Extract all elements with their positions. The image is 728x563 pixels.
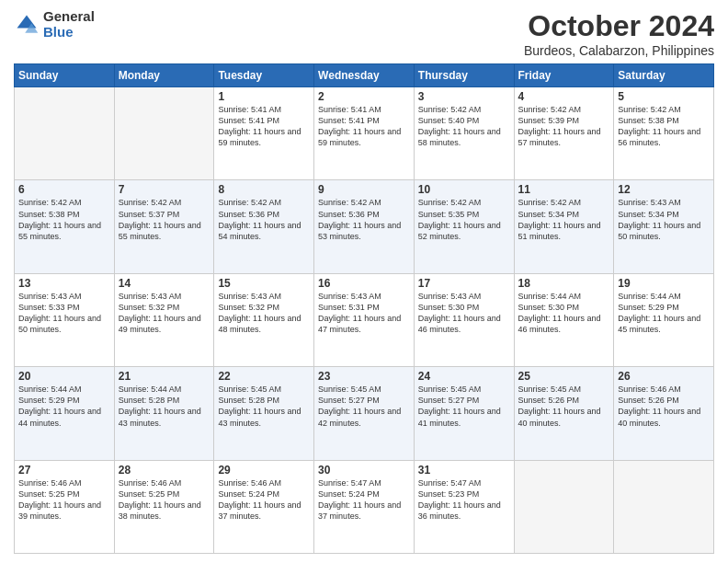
day-header: Tuesday: [214, 64, 314, 87]
day-info: Sunrise: 5:42 AMSunset: 5:39 PMDaylight:…: [518, 104, 610, 149]
day-number: 27: [18, 464, 110, 477]
calendar-cell: 15Sunrise: 5:43 AMSunset: 5:32 PMDayligh…: [214, 273, 314, 366]
calendar-cell: 6Sunrise: 5:42 AMSunset: 5:38 PMDaylight…: [15, 180, 115, 273]
day-number: 12: [618, 183, 710, 196]
day-info: Sunrise: 5:47 AMSunset: 5:24 PMDaylight:…: [318, 477, 410, 523]
day-number: 11: [518, 183, 610, 196]
day-number: 7: [119, 183, 210, 196]
logo: General Blue: [14, 9, 95, 40]
day-info: Sunrise: 5:42 AMSunset: 5:35 PMDaylight:…: [418, 197, 510, 242]
day-info: Sunrise: 5:45 AMSunset: 5:28 PMDaylight:…: [218, 384, 310, 429]
day-number: 22: [218, 370, 310, 383]
day-number: 19: [618, 277, 710, 290]
calendar-cell: 18Sunrise: 5:44 AMSunset: 5:30 PMDayligh…: [514, 273, 614, 366]
day-info: Sunrise: 5:43 AMSunset: 5:32 PMDaylight:…: [218, 291, 310, 336]
calendar-cell: 25Sunrise: 5:45 AMSunset: 5:26 PMDayligh…: [514, 367, 614, 460]
day-number: 24: [418, 370, 510, 383]
day-number: 16: [318, 277, 410, 290]
day-info: Sunrise: 5:42 AMSunset: 5:38 PMDaylight:…: [618, 104, 710, 149]
calendar-cell: 30Sunrise: 5:47 AMSunset: 5:24 PMDayligh…: [314, 460, 415, 553]
logo-text: General Blue: [43, 9, 95, 40]
day-number: 15: [218, 277, 310, 290]
day-info: Sunrise: 5:46 AMSunset: 5:25 PMDaylight:…: [119, 477, 210, 523]
calendar-cell: 31Sunrise: 5:47 AMSunset: 5:23 PMDayligh…: [414, 460, 514, 553]
calendar-cell: 5Sunrise: 5:42 AMSunset: 5:38 PMDaylight…: [614, 87, 714, 180]
day-info: Sunrise: 5:42 AMSunset: 5:37 PMDaylight:…: [119, 197, 210, 242]
header: General Blue October 2024 Burdeos, Calab…: [14, 9, 714, 58]
day-number: 17: [418, 277, 510, 290]
day-number: 8: [218, 183, 310, 196]
calendar-cell: 29Sunrise: 5:46 AMSunset: 5:24 PMDayligh…: [214, 460, 314, 553]
calendar-week-row: 1Sunrise: 5:41 AMSunset: 5:41 PMDaylight…: [15, 87, 714, 180]
calendar-cell: 11Sunrise: 5:42 AMSunset: 5:34 PMDayligh…: [514, 180, 614, 273]
calendar-cell: 17Sunrise: 5:43 AMSunset: 5:30 PMDayligh…: [414, 273, 514, 366]
day-info: Sunrise: 5:44 AMSunset: 5:29 PMDaylight:…: [18, 384, 110, 429]
calendar-cell: 27Sunrise: 5:46 AMSunset: 5:25 PMDayligh…: [15, 460, 115, 553]
day-info: Sunrise: 5:41 AMSunset: 5:41 PMDaylight:…: [218, 104, 310, 149]
day-header: Monday: [114, 64, 214, 87]
day-number: 29: [218, 464, 310, 477]
calendar-cell: 13Sunrise: 5:43 AMSunset: 5:33 PMDayligh…: [15, 273, 115, 366]
day-number: 31: [418, 464, 510, 477]
calendar-cell: [114, 87, 214, 180]
day-info: Sunrise: 5:45 AMSunset: 5:27 PMDaylight:…: [418, 384, 510, 429]
day-number: 13: [18, 277, 110, 290]
day-number: 5: [618, 90, 710, 103]
day-header: Thursday: [414, 64, 514, 87]
calendar-cell: 16Sunrise: 5:43 AMSunset: 5:31 PMDayligh…: [314, 273, 415, 366]
logo-icon: [14, 12, 40, 38]
logo-blue: Blue: [43, 25, 95, 40]
day-number: 20: [18, 370, 110, 383]
day-info: Sunrise: 5:45 AMSunset: 5:27 PMDaylight:…: [318, 384, 410, 429]
day-info: Sunrise: 5:42 AMSunset: 5:36 PMDaylight:…: [218, 197, 310, 242]
day-info: Sunrise: 5:43 AMSunset: 5:34 PMDaylight:…: [618, 197, 710, 242]
calendar-cell: 28Sunrise: 5:46 AMSunset: 5:25 PMDayligh…: [114, 460, 214, 553]
day-info: Sunrise: 5:41 AMSunset: 5:41 PMDaylight:…: [318, 104, 410, 149]
day-info: Sunrise: 5:43 AMSunset: 5:32 PMDaylight:…: [119, 291, 210, 336]
page: General Blue October 2024 Burdeos, Calab…: [0, 0, 728, 563]
day-number: 28: [119, 464, 210, 477]
day-number: 21: [119, 370, 210, 383]
calendar-cell: 14Sunrise: 5:43 AMSunset: 5:32 PMDayligh…: [114, 273, 214, 366]
day-info: Sunrise: 5:46 AMSunset: 5:26 PMDaylight:…: [618, 384, 710, 429]
calendar-cell: 24Sunrise: 5:45 AMSunset: 5:27 PMDayligh…: [414, 367, 514, 460]
day-info: Sunrise: 5:42 AMSunset: 5:38 PMDaylight:…: [18, 197, 110, 242]
calendar-cell: 7Sunrise: 5:42 AMSunset: 5:37 PMDaylight…: [114, 180, 214, 273]
calendar-cell: [15, 87, 115, 180]
calendar-cell: 8Sunrise: 5:42 AMSunset: 5:36 PMDaylight…: [214, 180, 314, 273]
calendar-cell: 26Sunrise: 5:46 AMSunset: 5:26 PMDayligh…: [614, 367, 714, 460]
calendar-cell: 2Sunrise: 5:41 AMSunset: 5:41 PMDaylight…: [314, 87, 415, 180]
calendar-cell: 22Sunrise: 5:45 AMSunset: 5:28 PMDayligh…: [214, 367, 314, 460]
day-number: 4: [518, 90, 610, 103]
day-info: Sunrise: 5:43 AMSunset: 5:33 PMDaylight:…: [18, 291, 110, 336]
day-number: 10: [418, 183, 510, 196]
calendar-cell: 20Sunrise: 5:44 AMSunset: 5:29 PMDayligh…: [15, 367, 115, 460]
title-block: October 2024 Burdeos, Calabarzon, Philip…: [524, 9, 714, 58]
day-info: Sunrise: 5:42 AMSunset: 5:36 PMDaylight:…: [318, 197, 410, 242]
day-number: 9: [318, 183, 410, 196]
calendar-cell: 19Sunrise: 5:44 AMSunset: 5:29 PMDayligh…: [614, 273, 714, 366]
calendar-cell: [614, 460, 714, 553]
calendar-week-row: 13Sunrise: 5:43 AMSunset: 5:33 PMDayligh…: [15, 273, 714, 366]
day-info: Sunrise: 5:44 AMSunset: 5:29 PMDaylight:…: [618, 291, 710, 336]
calendar-cell: 1Sunrise: 5:41 AMSunset: 5:41 PMDaylight…: [214, 87, 314, 180]
day-number: 30: [318, 464, 410, 477]
day-header: Friday: [514, 64, 614, 87]
day-info: Sunrise: 5:42 AMSunset: 5:40 PMDaylight:…: [418, 104, 510, 149]
day-number: 18: [518, 277, 610, 290]
day-number: 25: [518, 370, 610, 383]
day-info: Sunrise: 5:46 AMSunset: 5:25 PMDaylight:…: [18, 477, 110, 523]
calendar-week-row: 20Sunrise: 5:44 AMSunset: 5:29 PMDayligh…: [15, 367, 714, 460]
day-number: 3: [418, 90, 510, 103]
day-number: 26: [618, 370, 710, 383]
calendar-cell: 10Sunrise: 5:42 AMSunset: 5:35 PMDayligh…: [414, 180, 514, 273]
day-info: Sunrise: 5:44 AMSunset: 5:30 PMDaylight:…: [518, 291, 610, 336]
day-header: Saturday: [614, 64, 714, 87]
day-info: Sunrise: 5:44 AMSunset: 5:28 PMDaylight:…: [119, 384, 210, 429]
calendar-cell: 4Sunrise: 5:42 AMSunset: 5:39 PMDaylight…: [514, 87, 614, 180]
calendar-table: SundayMondayTuesdayWednesdayThursdayFrid…: [14, 63, 714, 554]
header-row: SundayMondayTuesdayWednesdayThursdayFrid…: [15, 64, 714, 87]
calendar-week-row: 27Sunrise: 5:46 AMSunset: 5:25 PMDayligh…: [15, 460, 714, 553]
day-info: Sunrise: 5:45 AMSunset: 5:26 PMDaylight:…: [518, 384, 610, 429]
calendar-cell: 3Sunrise: 5:42 AMSunset: 5:40 PMDaylight…: [414, 87, 514, 180]
